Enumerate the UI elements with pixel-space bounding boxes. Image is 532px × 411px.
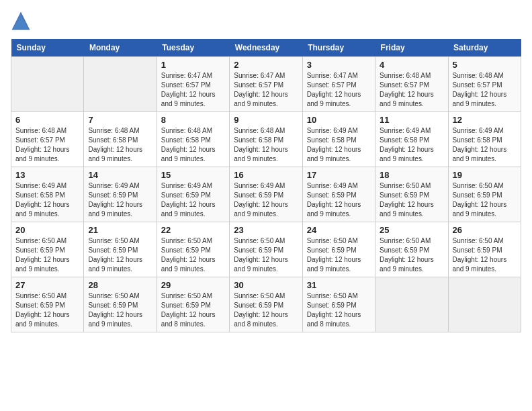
day-number: 28: [88, 280, 152, 290]
calendar-cell: 2Sunrise: 6:47 AM Sunset: 6:57 PM Daylig…: [230, 57, 302, 112]
day-number: 23: [234, 225, 298, 235]
column-header-sunday: Sunday: [11, 39, 84, 57]
day-info: Sunrise: 6:50 AM Sunset: 6:59 PM Dayligh…: [88, 291, 152, 329]
calendar-cell: 5Sunrise: 6:48 AM Sunset: 6:57 PM Daylig…: [448, 57, 521, 112]
day-number: 5: [453, 60, 517, 70]
day-info: Sunrise: 6:47 AM Sunset: 6:57 PM Dayligh…: [161, 71, 225, 109]
day-info: Sunrise: 6:49 AM Sunset: 6:58 PM Dayligh…: [380, 126, 443, 164]
column-header-tuesday: Tuesday: [157, 39, 229, 57]
day-info: Sunrise: 6:48 AM Sunset: 6:57 PM Dayligh…: [380, 71, 443, 109]
calendar-cell: 23Sunrise: 6:50 AM Sunset: 6:59 PM Dayli…: [230, 222, 302, 277]
day-number: 26: [453, 225, 517, 235]
day-number: 27: [15, 280, 79, 290]
calendar-cell: 26Sunrise: 6:50 AM Sunset: 6:59 PM Dayli…: [448, 222, 521, 277]
day-info: Sunrise: 6:49 AM Sunset: 6:58 PM Dayligh…: [307, 126, 371, 164]
calendar-cell: 12Sunrise: 6:49 AM Sunset: 6:58 PM Dayli…: [448, 112, 521, 167]
day-number: 10: [307, 115, 371, 125]
day-number: 11: [380, 115, 443, 125]
logo: [11, 11, 34, 31]
day-info: Sunrise: 6:50 AM Sunset: 6:59 PM Dayligh…: [234, 236, 298, 274]
calendar-cell: 8Sunrise: 6:48 AM Sunset: 6:58 PM Daylig…: [157, 112, 229, 167]
day-number: 22: [161, 225, 225, 235]
calendar-cell: 30Sunrise: 6:50 AM Sunset: 6:59 PM Dayli…: [230, 277, 302, 332]
calendar-cell: [375, 277, 448, 332]
day-number: 19: [453, 170, 517, 180]
day-number: 31: [307, 280, 371, 290]
calendar-cell: 1Sunrise: 6:47 AM Sunset: 6:57 PM Daylig…: [157, 57, 229, 112]
calendar-cell: 4Sunrise: 6:48 AM Sunset: 6:57 PM Daylig…: [375, 57, 448, 112]
day-number: 29: [161, 280, 225, 290]
day-info: Sunrise: 6:48 AM Sunset: 6:58 PM Dayligh…: [161, 126, 225, 164]
calendar-cell: [84, 57, 157, 112]
day-info: Sunrise: 6:50 AM Sunset: 6:59 PM Dayligh…: [453, 236, 517, 274]
day-number: 7: [88, 115, 152, 125]
calendar-cell: 7Sunrise: 6:48 AM Sunset: 6:58 PM Daylig…: [84, 112, 157, 167]
calendar-cell: 17Sunrise: 6:49 AM Sunset: 6:59 PM Dayli…: [302, 167, 375, 222]
column-header-thursday: Thursday: [302, 39, 375, 57]
calendar-cell: 24Sunrise: 6:50 AM Sunset: 6:59 PM Dayli…: [302, 222, 375, 277]
calendar-cell: 27Sunrise: 6:50 AM Sunset: 6:59 PM Dayli…: [11, 277, 84, 332]
calendar-cell: 11Sunrise: 6:49 AM Sunset: 6:58 PM Dayli…: [375, 112, 448, 167]
day-info: Sunrise: 6:50 AM Sunset: 6:59 PM Dayligh…: [380, 236, 443, 274]
calendar-cell: 29Sunrise: 6:50 AM Sunset: 6:59 PM Dayli…: [157, 277, 229, 332]
calendar-week-5: 27Sunrise: 6:50 AM Sunset: 6:59 PM Dayli…: [11, 277, 521, 332]
calendar-cell: 20Sunrise: 6:50 AM Sunset: 6:59 PM Dayli…: [11, 222, 84, 277]
day-number: 30: [234, 280, 298, 290]
calendar-cell: [448, 277, 521, 332]
day-info: Sunrise: 6:49 AM Sunset: 6:58 PM Dayligh…: [15, 181, 79, 219]
day-number: 12: [453, 115, 517, 125]
day-number: 25: [380, 225, 443, 235]
day-info: Sunrise: 6:49 AM Sunset: 6:59 PM Dayligh…: [307, 181, 371, 219]
column-header-friday: Friday: [375, 39, 448, 57]
day-info: Sunrise: 6:48 AM Sunset: 6:58 PM Dayligh…: [234, 126, 298, 164]
day-info: Sunrise: 6:48 AM Sunset: 6:58 PM Dayligh…: [88, 126, 152, 164]
calendar-week-2: 6Sunrise: 6:48 AM Sunset: 6:57 PM Daylig…: [11, 112, 521, 167]
calendar-cell: 6Sunrise: 6:48 AM Sunset: 6:57 PM Daylig…: [11, 112, 84, 167]
calendar-cell: 25Sunrise: 6:50 AM Sunset: 6:59 PM Dayli…: [375, 222, 448, 277]
calendar-week-4: 20Sunrise: 6:50 AM Sunset: 6:59 PM Dayli…: [11, 222, 521, 277]
svg-marker-1: [13, 15, 29, 29]
calendar-cell: 31Sunrise: 6:50 AM Sunset: 6:59 PM Dayli…: [302, 277, 375, 332]
logo-icon: [11, 11, 31, 31]
day-info: Sunrise: 6:49 AM Sunset: 6:59 PM Dayligh…: [234, 181, 298, 219]
column-header-saturday: Saturday: [448, 39, 521, 57]
day-info: Sunrise: 6:47 AM Sunset: 6:57 PM Dayligh…: [307, 71, 371, 109]
day-number: 2: [234, 60, 298, 70]
calendar-week-3: 13Sunrise: 6:49 AM Sunset: 6:58 PM Dayli…: [11, 167, 521, 222]
day-number: 15: [161, 170, 225, 180]
day-info: Sunrise: 6:50 AM Sunset: 6:59 PM Dayligh…: [15, 291, 79, 329]
day-info: Sunrise: 6:50 AM Sunset: 6:59 PM Dayligh…: [88, 236, 152, 274]
calendar-cell: 28Sunrise: 6:50 AM Sunset: 6:59 PM Dayli…: [84, 277, 157, 332]
day-number: 24: [307, 225, 371, 235]
day-info: Sunrise: 6:49 AM Sunset: 6:59 PM Dayligh…: [161, 181, 225, 219]
day-info: Sunrise: 6:49 AM Sunset: 6:58 PM Dayligh…: [453, 126, 517, 164]
calendar-cell: 22Sunrise: 6:50 AM Sunset: 6:59 PM Dayli…: [157, 222, 229, 277]
calendar-header-row: SundayMondayTuesdayWednesdayThursdayFrid…: [11, 39, 521, 57]
column-header-wednesday: Wednesday: [230, 39, 302, 57]
calendar-cell: 10Sunrise: 6:49 AM Sunset: 6:58 PM Dayli…: [302, 112, 375, 167]
day-info: Sunrise: 6:50 AM Sunset: 6:59 PM Dayligh…: [161, 291, 225, 329]
day-info: Sunrise: 6:50 AM Sunset: 6:59 PM Dayligh…: [15, 236, 79, 274]
day-number: 14: [88, 170, 152, 180]
day-number: 20: [15, 225, 79, 235]
day-info: Sunrise: 6:50 AM Sunset: 6:59 PM Dayligh…: [380, 181, 443, 219]
day-number: 1: [161, 60, 225, 70]
day-number: 18: [380, 170, 443, 180]
day-info: Sunrise: 6:50 AM Sunset: 6:59 PM Dayligh…: [307, 236, 371, 274]
day-info: Sunrise: 6:50 AM Sunset: 6:59 PM Dayligh…: [453, 181, 517, 219]
day-number: 3: [307, 60, 371, 70]
day-number: 4: [380, 60, 443, 70]
calendar-table: SundayMondayTuesdayWednesdayThursdayFrid…: [11, 39, 521, 332]
day-number: 9: [234, 115, 298, 125]
day-info: Sunrise: 6:50 AM Sunset: 6:59 PM Dayligh…: [161, 236, 225, 274]
column-header-monday: Monday: [84, 39, 157, 57]
calendar-cell: 18Sunrise: 6:50 AM Sunset: 6:59 PM Dayli…: [375, 167, 448, 222]
day-number: 17: [307, 170, 371, 180]
day-info: Sunrise: 6:50 AM Sunset: 6:59 PM Dayligh…: [234, 291, 298, 329]
day-number: 6: [15, 115, 79, 125]
day-info: Sunrise: 6:49 AM Sunset: 6:59 PM Dayligh…: [88, 181, 152, 219]
calendar-cell: 9Sunrise: 6:48 AM Sunset: 6:58 PM Daylig…: [230, 112, 302, 167]
day-number: 16: [234, 170, 298, 180]
day-info: Sunrise: 6:47 AM Sunset: 6:57 PM Dayligh…: [234, 71, 298, 109]
calendar-cell: 15Sunrise: 6:49 AM Sunset: 6:59 PM Dayli…: [157, 167, 229, 222]
